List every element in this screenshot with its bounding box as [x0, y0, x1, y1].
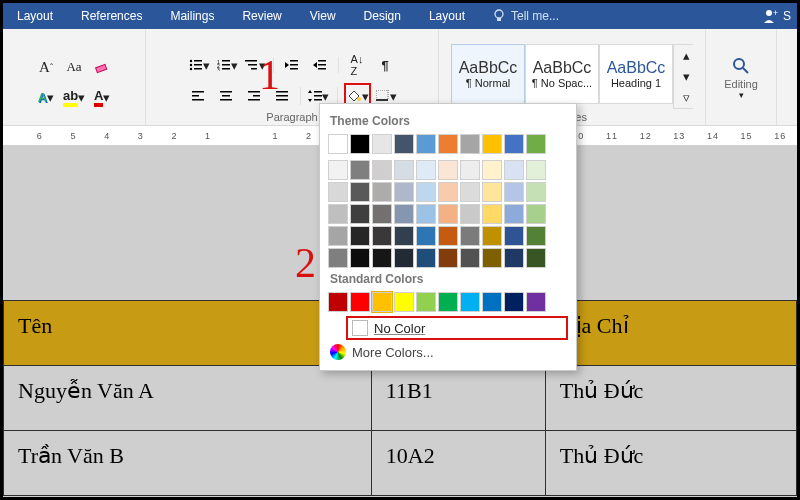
table-cell[interactable]: Thủ Đức — [545, 431, 796, 496]
color-swatch[interactable] — [350, 292, 370, 312]
color-swatch[interactable] — [350, 134, 370, 154]
color-swatch[interactable] — [504, 204, 524, 224]
color-swatch[interactable] — [460, 248, 480, 268]
table-cell[interactable]: Trần Văn B — [4, 431, 372, 496]
table-header-cell[interactable]: Tên — [4, 301, 372, 366]
color-swatch[interactable] — [328, 226, 348, 246]
tell-me[interactable]: Tell me... — [479, 3, 573, 29]
color-swatch[interactable] — [460, 204, 480, 224]
color-swatch[interactable] — [504, 292, 524, 312]
color-swatch[interactable] — [482, 226, 502, 246]
color-swatch[interactable] — [526, 160, 546, 180]
color-swatch[interactable] — [416, 204, 436, 224]
color-swatch[interactable] — [328, 204, 348, 224]
color-swatch[interactable] — [416, 226, 436, 246]
table-cell[interactable]: Nguyễn Văn A — [4, 366, 372, 431]
table-header-cell[interactable]: Địa Chỉ — [545, 301, 796, 366]
color-swatch[interactable] — [416, 134, 436, 154]
styles-down-button[interactable]: ▾ — [674, 66, 698, 87]
grow-font-button[interactable]: Aˆ — [34, 55, 58, 79]
highlight-button[interactable]: ab▾ — [62, 85, 86, 109]
color-swatch[interactable] — [526, 248, 546, 268]
color-swatch[interactable] — [438, 292, 458, 312]
table-cell[interactable]: 10A2 — [371, 431, 545, 496]
color-swatch[interactable] — [460, 182, 480, 202]
editing-group[interactable]: Editing ▾ — [706, 29, 777, 125]
bullets-button[interactable]: ▾ — [187, 53, 211, 77]
align-center-button[interactable] — [214, 84, 238, 108]
color-swatch[interactable] — [482, 134, 502, 154]
table-row[interactable]: Trần Văn B 10A2 Thủ Đức — [4, 431, 797, 496]
numbering-button[interactable]: 123▾ — [215, 53, 239, 77]
color-swatch[interactable] — [438, 226, 458, 246]
color-swatch[interactable] — [372, 292, 392, 312]
color-swatch[interactable] — [394, 134, 414, 154]
color-swatch[interactable] — [372, 182, 392, 202]
color-swatch[interactable] — [350, 226, 370, 246]
color-swatch[interactable] — [482, 160, 502, 180]
color-swatch[interactable] — [372, 204, 392, 224]
color-swatch[interactable] — [394, 226, 414, 246]
color-swatch[interactable] — [416, 292, 436, 312]
text-effects-button[interactable]: A▾ — [34, 85, 58, 109]
color-swatch[interactable] — [372, 248, 392, 268]
tab-review[interactable]: Review — [228, 3, 295, 29]
table-row[interactable]: Nguyễn Văn A 11B1 Thủ Đức — [4, 366, 797, 431]
color-swatch[interactable] — [328, 248, 348, 268]
color-swatch[interactable] — [526, 292, 546, 312]
styles-more-button[interactable]: ▿ — [674, 87, 698, 108]
color-swatch[interactable] — [438, 134, 458, 154]
color-swatch[interactable] — [460, 292, 480, 312]
clear-formatting-button[interactable] — [90, 55, 114, 79]
color-swatch[interactable] — [526, 134, 546, 154]
tab-mailings[interactable]: Mailings — [156, 3, 228, 29]
color-swatch[interactable] — [372, 160, 392, 180]
tab-view[interactable]: View — [296, 3, 350, 29]
color-swatch[interactable] — [482, 204, 502, 224]
color-swatch[interactable] — [504, 248, 524, 268]
color-swatch[interactable] — [504, 134, 524, 154]
color-swatch[interactable] — [394, 182, 414, 202]
color-swatch[interactable] — [438, 160, 458, 180]
color-swatch[interactable] — [482, 248, 502, 268]
color-swatch[interactable] — [350, 182, 370, 202]
color-swatch[interactable] — [526, 204, 546, 224]
show-marks-button[interactable]: ¶ — [373, 53, 397, 77]
color-swatch[interactable] — [350, 160, 370, 180]
color-swatch[interactable] — [438, 248, 458, 268]
styles-up-button[interactable]: ▴ — [674, 45, 698, 66]
color-swatch[interactable] — [438, 182, 458, 202]
color-swatch[interactable] — [328, 182, 348, 202]
font-color-button[interactable]: A▾ — [90, 85, 114, 109]
style-no-spacing[interactable]: AaBbCc¶ No Spac... — [525, 44, 599, 104]
style-heading1[interactable]: AaBbCcHeading 1 — [599, 44, 673, 104]
tab-design[interactable]: Design — [350, 3, 415, 29]
color-swatch[interactable] — [350, 248, 370, 268]
tab-references[interactable]: References — [67, 3, 156, 29]
color-swatch[interactable] — [394, 248, 414, 268]
tab-layout[interactable]: Layout — [3, 3, 67, 29]
color-swatch[interactable] — [504, 226, 524, 246]
color-swatch[interactable] — [328, 160, 348, 180]
color-swatch[interactable] — [438, 204, 458, 224]
color-swatch[interactable] — [394, 204, 414, 224]
color-swatch[interactable] — [460, 160, 480, 180]
color-swatch[interactable] — [328, 292, 348, 312]
increase-indent-button[interactable] — [308, 53, 332, 77]
color-swatch[interactable] — [526, 182, 546, 202]
color-swatch[interactable] — [482, 292, 502, 312]
color-swatch[interactable] — [372, 226, 392, 246]
tab-layout2[interactable]: Layout — [415, 3, 479, 29]
color-swatch[interactable] — [460, 134, 480, 154]
color-swatch[interactable] — [350, 204, 370, 224]
color-swatch[interactable] — [394, 292, 414, 312]
color-swatch[interactable] — [372, 134, 392, 154]
share-button[interactable]: + S — [757, 8, 797, 24]
color-swatch[interactable] — [394, 160, 414, 180]
style-normal[interactable]: AaBbCc¶ Normal — [451, 44, 525, 104]
no-color-option[interactable]: No Color — [346, 316, 568, 340]
table-cell[interactable]: Thủ Đức — [545, 366, 796, 431]
color-swatch[interactable] — [504, 160, 524, 180]
table-cell[interactable]: 11B1 — [371, 366, 545, 431]
color-swatch[interactable] — [416, 182, 436, 202]
